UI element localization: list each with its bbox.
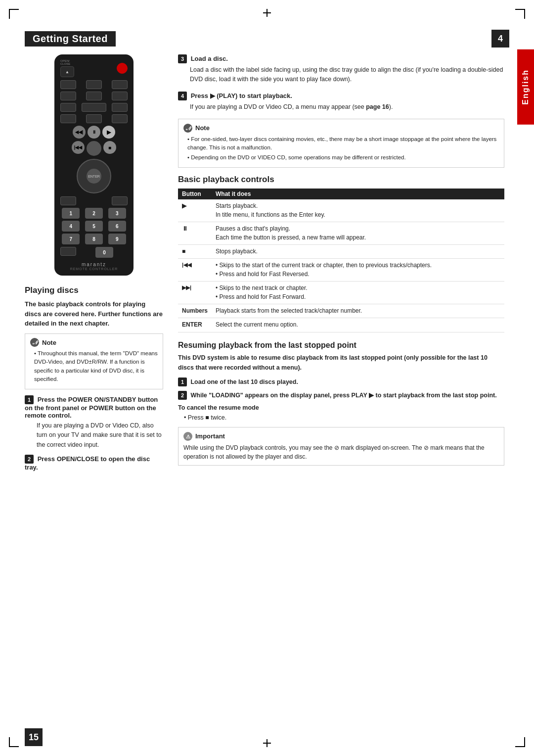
btn-pause-symbol: ⏸ [178,222,212,245]
step-1-num: 1 [25,395,34,404]
num-8[interactable]: 8 [85,234,103,244]
btn-next-symbol: ▶▶| [178,282,212,304]
left-step-1-detail: If you are playing a DVD or Video CD, al… [37,421,163,450]
remote-btn-10[interactable] [86,114,102,123]
eject-button[interactable]: ▲ [60,66,74,77]
btn-prev-desc: • Skips to the start of the current trac… [212,259,504,282]
num-5[interactable]: 5 [85,221,103,232]
remote-btn-9[interactable] [60,114,76,123]
section-title: Getting Started [25,31,116,47]
resume-step-1-num: 1 [178,378,187,386]
numpad: 1 2 3 4 5 6 7 8 9 [60,208,128,244]
resume-step-2: 2 While "LOADING" appears on the display… [178,391,504,400]
to-cancel-heading: To cancel the resume mode [178,404,504,411]
corner-mark-tr [515,9,525,19]
right-note-bullet-2: Depending on the DVD or VIDEO CD, some o… [187,153,499,162]
nav-circle[interactable]: ENTER [77,159,111,193]
right-note-label: Note [195,123,210,133]
left-column: OPEN/CLOSE ▲ [25,54,163,731]
playing-discs-intro: The basic playback controls for playing … [25,299,163,329]
num-9[interactable]: 9 [108,234,126,244]
bottom-page-area: 15 [25,728,43,746]
table-row: ■ Stops playback. [178,244,504,258]
remote-top-row: OPEN/CLOSE ▲ [60,59,128,77]
prev-chapter-button[interactable]: ◀◀| [73,126,86,139]
right-step-4: 4 Press ▶ (PLAY) to start playback. If y… [178,92,504,112]
right-note-bullet-1: For one-sided, two-layer discs containin… [187,135,499,152]
resume-step-2-num: 2 [178,391,187,400]
left-step-1-text: Press the POWER ON/STANDBY button on the… [25,396,158,419]
transport-row: ◀◀| ⏸ ▶ [60,126,128,139]
remote-row-3 [60,103,128,112]
remote-btn-1[interactable] [60,80,76,89]
important-heading-row: ⚠ Important [183,431,499,441]
num-4[interactable]: 4 [62,221,80,232]
transport-row-2: |◀◀ ■ [60,141,128,156]
num-0[interactable]: 0 [95,247,113,258]
right-note-box: 𝒩 Note For one-sided, two-layer discs co… [178,119,504,168]
important-icon: ⚠ [183,432,192,441]
playback-table: Button What it does ▶ Starts playback.In… [178,189,504,332]
table-row: Numbers Playback starts from the selecte… [178,304,504,318]
page-ref: page 16 [366,103,389,110]
remote-btn-5[interactable] [86,92,102,100]
corner-mark-tl [9,9,19,19]
remote-btn-4[interactable] [60,92,76,100]
note-bullet-1: Throughout this manual, the term "DVD" m… [34,349,158,383]
btn-prev-symbol: |◀◀ [178,259,212,282]
remote-btn-2[interactable] [86,80,102,89]
note-label: Note [42,338,56,348]
note-icon: 𝒩 [30,338,39,347]
bottom-page-number: 15 [25,728,43,746]
remote-extra-btn-3[interactable] [60,247,76,256]
remote-brand-sub: REMOTE CONTROLLER [60,267,128,271]
language-tab: English [517,49,534,125]
btn-play-desc: Starts playback.In title menu, it functi… [212,199,504,222]
header-bar: Getting Started 4 [25,30,509,47]
num-3[interactable]: 3 [108,208,126,219]
remote-btn-7[interactable] [60,103,76,112]
pause-button[interactable]: ⏸ [88,126,100,139]
btn-enter-desc: Select the current menu option. [212,318,504,332]
remote-row-2 [60,92,128,100]
num-6[interactable]: 6 [108,221,126,232]
resume-step-2-text: While "LOADING" appears on the display p… [190,392,496,399]
remote-extra-btn-2[interactable] [112,196,128,205]
nav-pad: ENTER [60,159,128,193]
num-7[interactable]: 7 [62,234,80,244]
remote-btn-3[interactable] [112,80,128,89]
right-step-4-text: If you are playing a DVD or Video CD, a … [190,102,504,112]
main-content: OPEN/CLOSE ▲ [25,54,504,731]
corner-mark-br [515,737,525,747]
left-step-2-text: Press OPEN/CLOSE to open the disc tray. [25,455,150,471]
table-body: ▶ Starts playback.In title menu, it func… [178,199,504,332]
table-header: Button What it does [178,189,504,199]
basic-playback-heading: Basic playback controls [178,175,504,185]
corner-mark-bl [9,737,19,747]
enter-button[interactable]: ENTER [87,169,101,184]
resuming-intro: This DVD system is able to resume disc p… [178,353,504,373]
remote-btn-8[interactable] [112,103,128,112]
left-step-2-header: 2 Press OPEN/CLOSE to open the disc tray… [25,455,163,471]
center-cross-top [263,9,271,17]
step-3-num: 3 [178,54,187,63]
remote-brand: marantz [60,262,128,267]
left-step-2: 2 Press OPEN/CLOSE to open the disc tray… [25,455,163,471]
resume-step-1: 1 Load one of the last 10 discs played. [178,378,504,387]
remote-extra-btn-1[interactable] [60,196,76,205]
remote-btn-wide[interactable] [82,103,106,112]
play-button[interactable]: ▶ [102,126,115,139]
stop-button[interactable]: ■ [103,141,116,154]
right-step-3-text: Load a disc with the label side facing u… [190,65,504,85]
remote-btn-11[interactable] [112,114,128,123]
big-circle-btn[interactable] [87,141,101,156]
right-note-icon: 𝒩 [183,124,192,133]
rewind-button[interactable]: |◀◀ [72,141,85,154]
power-button[interactable] [117,63,128,74]
num-2[interactable]: 2 [85,208,103,219]
remote-btn-6[interactable] [112,92,128,100]
remote-row-4 [60,114,128,123]
num-1[interactable]: 1 [62,208,80,219]
btn-next-desc: • Skips to the next track or chapter.• P… [212,282,504,304]
playing-discs-heading: Playing discs [25,285,163,295]
